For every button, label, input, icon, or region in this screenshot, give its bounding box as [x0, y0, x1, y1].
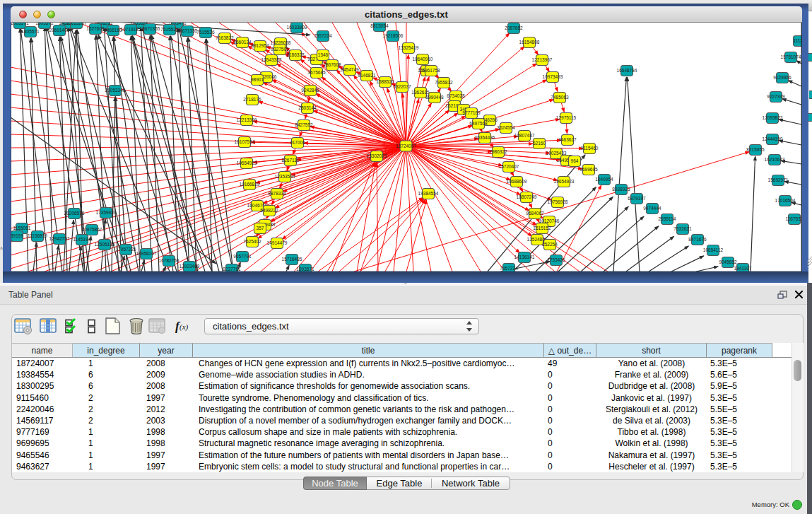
svg-text:8878334: 8878334 — [268, 191, 286, 196]
svg-text:15751074: 15751074 — [781, 54, 801, 59]
svg-text:8990448: 8990448 — [425, 95, 444, 100]
svg-text:1905572: 1905572 — [35, 23, 54, 25]
svg-text:1145194: 1145194 — [73, 237, 91, 242]
svg-text:10719185: 10719185 — [121, 27, 141, 32]
svg-text:16210643: 16210643 — [765, 157, 785, 162]
svg-text:9327505: 9327505 — [271, 47, 289, 52]
svg-text:1167533: 1167533 — [786, 216, 802, 221]
svg-text:12505135: 12505135 — [95, 242, 115, 247]
svg-text:2087682: 2087682 — [505, 25, 523, 30]
svg-text:12444190: 12444190 — [763, 136, 783, 141]
svg-text:12093822: 12093822 — [763, 115, 783, 120]
svg-text:12923468: 12923468 — [180, 264, 200, 269]
svg-text:6961758: 6961758 — [422, 68, 440, 73]
svg-text:8660124: 8660124 — [233, 40, 252, 45]
svg-text:6497568: 6497568 — [469, 121, 488, 126]
svg-text:9699695: 9699695 — [579, 167, 598, 172]
svg-text:7857224: 7857224 — [500, 266, 518, 271]
svg-text:9115460: 9115460 — [581, 146, 599, 151]
svg-text:8938923: 8938923 — [612, 187, 630, 192]
svg-text:16033809: 16033809 — [287, 25, 307, 30]
svg-text:6879197: 6879197 — [628, 196, 646, 201]
svg-text:2005571: 2005571 — [11, 23, 29, 25]
svg-text:17359924: 17359924 — [96, 210, 117, 215]
svg-text:19756928: 19756928 — [548, 199, 568, 204]
svg-text:8267110: 8267110 — [282, 158, 300, 163]
svg-text:8186328: 8186328 — [286, 52, 305, 57]
svg-text:3675685: 3675685 — [307, 70, 326, 75]
svg-text:9657791: 9657791 — [233, 254, 252, 259]
svg-text:8215955: 8215955 — [746, 147, 765, 152]
svg-text:9227349: 9227349 — [767, 94, 785, 99]
svg-text:18807249: 18807249 — [517, 194, 537, 199]
svg-text:19654923: 19654923 — [554, 179, 575, 184]
svg-text:9245652: 9245652 — [719, 259, 737, 264]
svg-text:8471676: 8471676 — [688, 237, 707, 242]
svg-text:12213967: 12213967 — [532, 57, 553, 62]
svg-text:12353594: 12353594 — [275, 174, 295, 179]
svg-text:9474444: 9474444 — [643, 206, 661, 211]
svg-text:2718176: 2718176 — [243, 97, 261, 102]
svg-text:7955812: 7955812 — [435, 80, 453, 85]
svg-text:8454749: 8454749 — [341, 67, 359, 72]
svg-text:18724007: 18724007 — [396, 144, 416, 148]
svg-text:357: 357 — [257, 226, 264, 230]
svg-text:1093571: 1093571 — [296, 267, 314, 271]
svg-text:16648784: 16648784 — [617, 68, 637, 73]
svg-text:8813054: 8813054 — [370, 23, 389, 28]
svg-text:10653287: 10653287 — [66, 23, 87, 25]
svg-text:20206576: 20206576 — [64, 211, 85, 216]
svg-text:20053346: 20053346 — [105, 88, 126, 93]
svg-text:16671355: 16671355 — [177, 28, 198, 33]
svg-text:23302023: 23302023 — [367, 153, 387, 158]
svg-text:1527602: 1527602 — [86, 26, 105, 31]
svg-text:8237761: 8237761 — [223, 267, 241, 271]
svg-text:1362615: 1362615 — [411, 90, 430, 95]
svg-text:18640910: 18640910 — [413, 57, 433, 62]
svg-text:10688609: 10688609 — [507, 179, 527, 184]
svg-text:6466160: 6466160 — [104, 28, 122, 33]
svg-text:62160: 62160 — [533, 141, 546, 146]
svg-text:15692971: 15692971 — [768, 177, 789, 182]
svg-text:12942757: 12942757 — [49, 236, 70, 241]
svg-text:6322037: 6322037 — [393, 84, 411, 89]
svg-text:7515526: 7515526 — [196, 30, 215, 35]
svg-text:1405571: 1405571 — [21, 29, 40, 34]
svg-text:252254: 252254 — [542, 242, 558, 247]
svg-text:16671355: 16671355 — [140, 26, 160, 31]
svg-text:12975115: 12975115 — [556, 115, 577, 120]
svg-text:14136141: 14136141 — [514, 255, 535, 259]
svg-text:13325419: 13325419 — [399, 45, 419, 50]
svg-text:1155061: 1155061 — [13, 226, 31, 230]
svg-text:10975867: 10975867 — [82, 227, 102, 232]
svg-text:1615152: 1615152 — [533, 226, 551, 230]
svg-text:7632621: 7632621 — [673, 226, 692, 231]
svg-text:5498222: 5498222 — [260, 208, 278, 213]
svg-text:19384554: 19384554 — [418, 191, 439, 196]
svg-text:2803144: 2803144 — [298, 105, 317, 110]
svg-text:9242848: 9242848 — [301, 88, 319, 93]
svg-text:7986322: 7986322 — [489, 149, 507, 154]
svg-text:9129966: 9129966 — [773, 75, 792, 80]
svg-text:12213369: 12213369 — [237, 117, 257, 122]
svg-text:964: 964 — [571, 158, 579, 163]
svg-text:16782759: 16782759 — [159, 258, 180, 263]
svg-text:1640954: 1640954 — [595, 177, 613, 182]
svg-text:917006: 917006 — [290, 140, 305, 145]
svg-text:20691406: 20691406 — [49, 28, 70, 33]
svg-text:10807487: 10807487 — [514, 133, 535, 138]
svg-text:9684067: 9684067 — [526, 211, 544, 216]
svg-text:16154808: 16154808 — [519, 40, 540, 45]
svg-text:15720407: 15720407 — [499, 164, 519, 169]
svg-text:19654923: 19654923 — [237, 160, 257, 165]
svg-text:8912954: 8912954 — [251, 43, 269, 48]
svg-text:9463627: 9463627 — [558, 137, 577, 142]
svg-text:19218506: 19218506 — [383, 33, 404, 38]
svg-text:7515526: 7515526 — [160, 27, 179, 32]
svg-text:7625402: 7625402 — [243, 239, 261, 244]
svg-text:7357224: 7357224 — [314, 33, 332, 38]
svg-text:6734028: 6734028 — [447, 93, 465, 98]
svg-text:1546: 1546 — [318, 52, 329, 57]
svg-text:7485063: 7485063 — [551, 95, 569, 100]
svg-text:1841107: 1841107 — [734, 266, 752, 271]
